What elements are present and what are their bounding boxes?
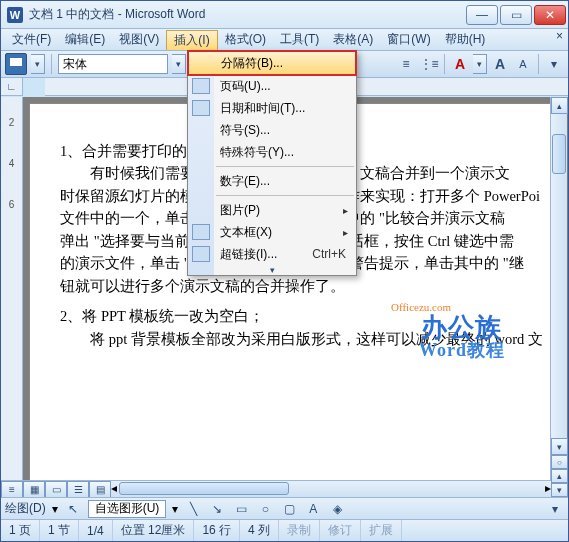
status-revision[interactable]: 修订	[320, 520, 361, 541]
doc-text: 2、将 PPT 模板统一改为空白；	[60, 305, 543, 327]
reading-view-button[interactable]: ▤	[89, 481, 111, 498]
arrow-tool-icon[interactable]: ↘	[208, 500, 226, 518]
web-view-button[interactable]: ▦	[23, 481, 45, 498]
line-tool-icon[interactable]: ╲	[184, 500, 202, 518]
save-dropdown[interactable]: ▾	[31, 54, 45, 74]
prev-page-button[interactable]: ▴	[551, 469, 568, 483]
wordart-icon[interactable]: A	[304, 500, 322, 518]
menu-item-label: 日期和时间(T)...	[220, 100, 305, 117]
watermark-small: Officezu.com	[391, 299, 451, 316]
menu-file[interactable]: 文件(F)	[5, 29, 58, 50]
menu-item-picture[interactable]: 图片(P)▸	[188, 199, 356, 221]
rectangle-tool-icon[interactable]: ▭	[232, 500, 250, 518]
font-family-select[interactable]: 宋体	[58, 54, 168, 74]
oval-tool-icon[interactable]: ○	[256, 500, 274, 518]
menu-item-label: 特殊符号(Y)...	[220, 144, 294, 161]
doc-blank	[60, 297, 543, 305]
menu-item-date-time[interactable]: 日期和时间(T)...	[188, 97, 356, 119]
menu-item-number[interactable]: 数字(E)...	[188, 170, 356, 192]
titlebar: W 文档 1 中的文档 - Microsoft Word — ▭ ✕	[1, 1, 568, 29]
print-view-button[interactable]: ▭	[45, 481, 67, 498]
window-controls: — ▭ ✕	[464, 5, 566, 25]
tab-selector-icon[interactable]: ∟	[7, 81, 17, 92]
browse-object-icon[interactable]: ○	[551, 455, 568, 469]
menu-item-label: 页码(U)...	[220, 78, 271, 95]
draw-menu[interactable]: 绘图(D)	[5, 500, 46, 517]
textbox-icon	[192, 224, 210, 240]
scroll-up-button[interactable]: ▴	[551, 97, 568, 114]
menu-edit[interactable]: 编辑(E)	[58, 29, 112, 50]
menu-window[interactable]: 窗口(W)	[380, 29, 437, 50]
status-column[interactable]: 4 列	[240, 520, 279, 541]
font-family-dropdown[interactable]: ▾	[172, 54, 186, 74]
doc-text: 钮就可以进行多个演示文稿的合并操作了。	[60, 275, 543, 297]
menu-item-special-symbol[interactable]: 特殊符号(Y)...	[188, 141, 356, 163]
draw-menu-dropdown[interactable]: ▾	[52, 502, 58, 516]
vertical-ruler[interactable]: 246	[1, 97, 23, 497]
menubar: 文件(F) 编辑(E) 视图(V) 插入(I) 格式(O) 工具(T) 表格(A…	[1, 29, 568, 51]
status-page[interactable]: 1 页	[1, 520, 40, 541]
doc-text: 将 ppt 背景模板全部改为采用白版形式，这样可以减少最终的 word 文	[60, 328, 543, 350]
menubar-close-icon[interactable]: ×	[551, 29, 568, 50]
window-title: 文档 1 中的文档 - Microsoft Word	[29, 6, 464, 23]
bullets-icon[interactable]: ≡	[396, 54, 416, 74]
menu-item-textbox[interactable]: 文本框(X)▸	[188, 221, 356, 243]
insert-menu-dropdown: 分隔符(B)... 页码(U)... 日期和时间(T)... 符号(S)... …	[187, 50, 357, 276]
autoshapes-menu[interactable]: 自选图形(U)	[88, 500, 167, 518]
separator	[51, 54, 52, 74]
textbox-tool-icon[interactable]: ▢	[280, 500, 298, 518]
status-section[interactable]: 1 节	[40, 520, 79, 541]
menu-expand-chevron[interactable]: ▾	[188, 265, 356, 275]
date-time-icon	[192, 100, 210, 116]
menu-item-page-number[interactable]: 页码(U)...	[188, 75, 356, 97]
drawing-toolbar: 绘图(D) ▾ ↖ 自选图形(U) ▾ ╲ ↘ ▭ ○ ▢ A ◈ ▾	[1, 497, 568, 519]
vscroll-thumb[interactable]	[552, 134, 566, 174]
menu-item-label: 符号(S)...	[220, 122, 270, 139]
normal-view-button[interactable]: ≡	[1, 481, 23, 498]
menu-item-label: 超链接(I)...	[220, 246, 277, 263]
menu-item-break[interactable]: 分隔符(B)...	[188, 51, 356, 75]
menu-insert[interactable]: 插入(I)	[166, 30, 217, 50]
chevron-down-icon: ▾	[270, 265, 275, 275]
submenu-arrow-icon: ▸	[343, 227, 348, 238]
menu-format[interactable]: 格式(O)	[218, 29, 273, 50]
outline-view-button[interactable]: ☰	[67, 481, 89, 498]
menu-item-label: 图片(P)	[220, 202, 260, 219]
menu-item-symbol[interactable]: 符号(S)...	[188, 119, 356, 141]
maximize-button[interactable]: ▭	[500, 5, 532, 25]
minimize-button[interactable]: —	[466, 5, 498, 25]
menu-item-label: 数字(E)...	[220, 173, 270, 190]
grow-font-icon[interactable]: A	[490, 54, 510, 74]
save-icon[interactable]	[5, 53, 27, 75]
hscroll-thumb[interactable]	[119, 482, 289, 495]
status-page-count[interactable]: 1/4	[79, 520, 113, 541]
status-record[interactable]: 录制	[279, 520, 320, 541]
separator	[444, 54, 445, 74]
scroll-right-button[interactable]: ▸	[545, 481, 551, 497]
menu-table[interactable]: 表格(A)	[326, 29, 380, 50]
diagram-icon[interactable]: ◈	[328, 500, 346, 518]
font-color-dropdown[interactable]: ▾	[473, 54, 487, 74]
toolbar-overflow-icon[interactable]: ▾	[546, 500, 564, 518]
menu-item-label: 分隔符(B)...	[221, 55, 283, 72]
hscroll-track[interactable]	[117, 481, 545, 497]
hyperlink-icon	[192, 246, 210, 262]
select-objects-icon[interactable]: ↖	[64, 500, 82, 518]
status-line[interactable]: 16 行	[194, 520, 240, 541]
menu-view[interactable]: 视图(V)	[112, 29, 166, 50]
font-color-icon[interactable]: A	[450, 54, 470, 74]
next-page-button[interactable]: ▾	[551, 483, 568, 497]
autoshapes-dropdown[interactable]: ▾	[172, 502, 178, 516]
toolbar-overflow-icon[interactable]: ▾	[544, 54, 564, 74]
shrink-font-icon[interactable]: A	[513, 54, 533, 74]
menu-item-hyperlink[interactable]: 超链接(I)...Ctrl+K	[188, 243, 356, 265]
scroll-down-button[interactable]: ▾	[551, 438, 568, 455]
menu-tools[interactable]: 工具(T)	[273, 29, 326, 50]
status-position[interactable]: 位置 12厘米	[113, 520, 195, 541]
vscroll-track[interactable]	[551, 174, 567, 438]
vertical-scrollbar[interactable]: ▴ ▾ ○ ▴ ▾	[550, 97, 567, 497]
numbering-icon[interactable]: ⋮≡	[419, 54, 439, 74]
close-button[interactable]: ✕	[534, 5, 566, 25]
status-extend[interactable]: 扩展	[361, 520, 402, 541]
menu-help[interactable]: 帮助(H)	[438, 29, 493, 50]
